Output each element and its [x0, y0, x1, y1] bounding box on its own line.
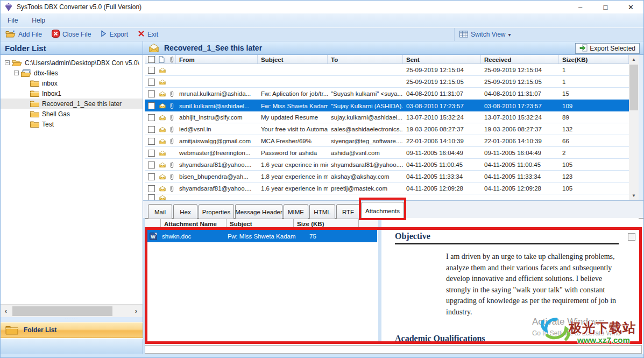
attachment-row[interactable]: Wshwkn.docFw: Miss Shweta Kadam75: [146, 230, 377, 242]
message-column-icon[interactable]: [155, 55, 166, 64]
tree-item[interactable]: −C:\Users\admin\Desktop\DBX Con v5.0\: [1, 58, 143, 68]
column-size[interactable]: Size(KB): [559, 55, 629, 64]
maximize-button[interactable]: □: [593, 1, 618, 13]
folder-list-bottom-bar[interactable]: Folder List: [1, 322, 143, 338]
mail-row[interactable]: mrunal.kulkarni@ashida...Fw: Aplication …: [145, 88, 629, 100]
app-icon: [4, 3, 13, 11]
tree-item[interactable]: Recovered_1_See this later: [1, 99, 143, 109]
column-attachment-subject[interactable]: Subject: [227, 219, 294, 228]
horizontal-scrollbar[interactable]: ‹ ›: [1, 304, 143, 317]
mail-row[interactable]: shyamdsaraf81@yahoo....1.6 year experien…: [145, 182, 629, 194]
tree-item[interactable]: −dbx-files: [1, 68, 143, 78]
mail-row[interactable]: 25-09-2019 12:15:0525-09-2019 12:15:051: [145, 76, 629, 88]
mail-panel-title: Recovered_1_See this later: [164, 44, 262, 52]
tab-hex[interactable]: Hex: [173, 204, 197, 219]
paperclip-icon: [166, 88, 176, 99]
export-selected-button[interactable]: Export Selected: [575, 43, 640, 54]
row-checkbox[interactable]: [148, 126, 155, 133]
vertical-scrollbar[interactable]: ▲ ▼: [629, 55, 639, 200]
tab-mime[interactable]: MIME: [284, 204, 308, 219]
scroll-left-icon[interactable]: ‹: [1, 307, 11, 315]
tab-rtf[interactable]: RTF: [336, 204, 360, 219]
tab-attachments[interactable]: Attachments: [361, 202, 404, 220]
row-checkbox[interactable]: [148, 90, 155, 97]
row-checkbox[interactable]: [148, 138, 155, 145]
mail-row[interactable]: sunil.kulkarni@ashidael...Fw: Miss Shwet…: [145, 100, 629, 111]
menu-help[interactable]: Help: [25, 13, 52, 27]
attachment-cell-size: 75: [309, 233, 342, 240]
mail-row[interactable]: bisen_bhupendra@yah...1.8 year experienc…: [145, 171, 629, 182]
scroll-down-icon[interactable]: ▼: [629, 191, 639, 200]
tree-item-label: Recovered_1_See this later: [42, 100, 122, 108]
row-checkbox[interactable]: [148, 79, 155, 86]
row-checkbox[interactable]: [148, 162, 155, 169]
menu-file[interactable]: File: [1, 13, 25, 27]
minimize-button[interactable]: –: [568, 1, 593, 13]
row-checkbox[interactable]: [148, 150, 155, 157]
mail-row[interactable]: webmaster@freerington...Password for ash…: [145, 147, 629, 159]
column-attachment-size[interactable]: Size (KB): [294, 219, 359, 228]
row-checkbox[interactable]: [148, 173, 155, 180]
row-checkbox[interactable]: [148, 102, 155, 109]
mail-list-right-gutter: [639, 55, 644, 200]
mail-cell-to: "Suyash kulkarni" <suya...: [328, 88, 403, 99]
column-attachment-name[interactable]: Attachment Name: [161, 219, 227, 228]
close-file-button[interactable]: Close File: [47, 28, 96, 41]
preview-scrollbar-box[interactable]: [628, 233, 635, 241]
tree-item[interactable]: Shell Gas: [1, 109, 143, 119]
tab-mail[interactable]: Mail: [148, 204, 172, 219]
horizontal-scrollbar-thumb[interactable]: [12, 306, 112, 316]
column-from[interactable]: From: [176, 55, 258, 64]
tree-expander-icon[interactable]: −: [14, 71, 19, 75]
row-checkbox[interactable]: [148, 67, 155, 74]
tab-html[interactable]: HTML: [309, 204, 335, 219]
mail-cell-received: 22-01-2006 14:10:39: [481, 135, 559, 146]
tree-item[interactable]: Inbox1: [1, 88, 143, 99]
row-checkbox[interactable]: [148, 194, 155, 200]
open-envelope-icon: [147, 43, 160, 53]
paperclip-cell-empty: [166, 194, 176, 200]
switch-view-button[interactable]: Switch View ▾: [455, 28, 516, 41]
attachment-icon-column: [145, 219, 161, 228]
row-checkbox[interactable]: [148, 185, 155, 192]
folder-icon: [30, 80, 39, 87]
column-received[interactable]: Received: [481, 55, 559, 64]
add-file-button[interactable]: Add File: [1, 28, 47, 41]
scroll-up-icon[interactable]: ▲: [629, 55, 639, 64]
select-all-checkbox[interactable]: [148, 56, 155, 63]
mail-cell-sent: 25-09-2019 12:15:04: [403, 64, 481, 75]
scroll-right-icon[interactable]: ›: [131, 307, 141, 315]
tree-item-label: dbx-files: [34, 69, 58, 77]
row-checkbox[interactable]: [148, 114, 155, 121]
tree-item[interactable]: Test: [1, 119, 143, 129]
tree-item[interactable]: inbox: [1, 78, 143, 88]
export-button[interactable]: Export: [96, 28, 133, 41]
panel-splitter-grip[interactable]: ······: [1, 317, 143, 322]
attachment-column-icon[interactable]: [166, 55, 176, 64]
svg-text:W: W: [151, 234, 155, 240]
vertical-scrollbar-thumb[interactable]: [629, 65, 638, 110]
mail-row[interactable]: shyamdsaraf81@yahoo....1.6 year experinc…: [145, 159, 629, 171]
mail-row[interactable]: ied@vsnl.inYour free visit to Automa...s…: [145, 123, 629, 135]
mail-row[interactable]: abhijit_instru@sify.comMy updated Resume…: [145, 111, 629, 123]
row-checkbox-cell: [145, 159, 155, 170]
paperclip-cell-empty: [166, 64, 176, 75]
column-to[interactable]: To: [328, 55, 403, 64]
close-button[interactable]: ✕: [618, 1, 643, 13]
column-sent[interactable]: Sent: [403, 55, 481, 64]
tree-expander-icon[interactable]: −: [5, 60, 10, 65]
exit-button[interactable]: Exit: [133, 28, 163, 41]
mail-row[interactable]: amitjaiswalgg@gmail.comMCA Fresher/69%si…: [145, 135, 629, 147]
attachment-header-filler: [359, 219, 378, 228]
title-bar: SysTools DBX Converter v5.0 (Full Versio…: [1, 1, 643, 13]
tab-properties[interactable]: Properties: [199, 204, 234, 219]
mail-cell-sent: 19-03-2006 08:27:37: [403, 123, 481, 135]
mail-row[interactable]: 25-09-2019 12:15:0425-09-2019 12:15:041: [145, 64, 629, 76]
paperclip-icon: [166, 111, 176, 123]
add-file-icon: [5, 30, 16, 39]
mail-cell-received: 09-11-2005 16:04:49: [481, 147, 559, 158]
paperclip-icon: [166, 159, 176, 170]
column-subject[interactable]: Subject: [258, 55, 328, 64]
mail-row[interactable]: [145, 194, 629, 200]
tab-message-header[interactable]: Message Header: [235, 204, 282, 219]
